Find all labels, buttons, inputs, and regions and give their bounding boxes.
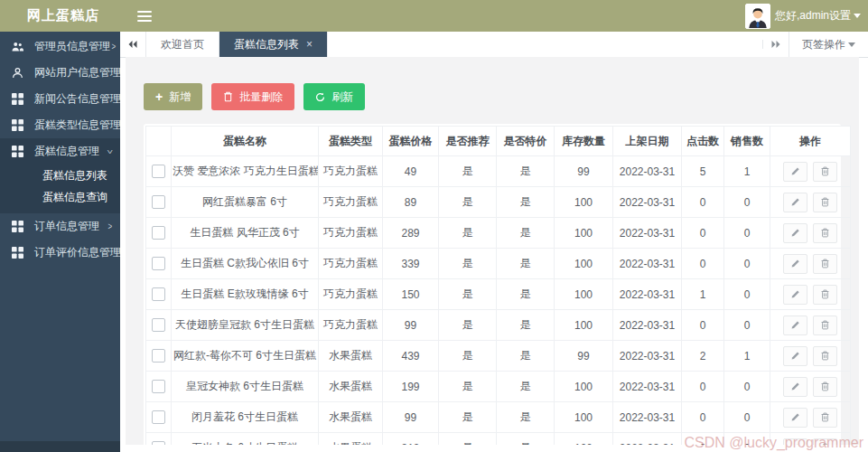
- row-checkbox[interactable]: [152, 318, 165, 332]
- user-menu[interactable]: 您好,admin设置: [775, 8, 861, 24]
- table-row: 生日蛋糕 C款我心依旧 6寸巧克力蛋糕339是是1002022-03-3100: [146, 249, 851, 279]
- row-checkbox[interactable]: [152, 441, 165, 445]
- cell-stock: 100: [555, 433, 613, 446]
- sidebar-menu: 管理员信息管理>网站用户信息管理>新闻公告信息管理>蛋糕类型信息管理>蛋糕信息管…: [0, 33, 120, 266]
- delete-button[interactable]: [813, 346, 837, 366]
- sidebar-item-6[interactable]: 订单评价信息管理>: [0, 240, 120, 266]
- cell-sales: 0: [724, 310, 770, 341]
- cell-stock: 100: [555, 279, 613, 310]
- edit-button[interactable]: [783, 315, 807, 335]
- cell-recommended: 是: [439, 279, 497, 310]
- cell-special: 是: [497, 341, 555, 372]
- caret-down-icon: [854, 14, 861, 18]
- edit-button[interactable]: [783, 254, 807, 274]
- row-checkbox[interactable]: [152, 410, 165, 424]
- cell-special: 是: [497, 402, 555, 433]
- cell-checkbox: [146, 372, 172, 402]
- cell-stock: 100: [555, 187, 613, 218]
- tab-0[interactable]: 欢迎首页: [146, 32, 219, 57]
- cell-stock: 100: [555, 218, 613, 249]
- sidebar-item-5[interactable]: 订单信息管理>: [0, 213, 120, 240]
- sidebar-item-3[interactable]: 蛋糕类型信息管理>: [0, 112, 120, 138]
- sidebar-item-1[interactable]: 网站用户信息管理>: [0, 60, 120, 86]
- cell-clicks: 0: [682, 218, 724, 249]
- cell-price: 439: [383, 341, 439, 372]
- sidebar-item-label: 网站用户信息管理: [34, 65, 121, 80]
- cell-date: 2022-03-31: [613, 279, 682, 310]
- cell-checkbox: [146, 218, 172, 249]
- edit-button[interactable]: [783, 438, 807, 446]
- sidebar-group-1: 网站用户信息管理>: [0, 60, 120, 86]
- delete-button[interactable]: [813, 315, 837, 335]
- sidebar-item-4[interactable]: 蛋糕信息管理>: [0, 138, 120, 165]
- cell-name: 沃赞 爱意浓浓 巧克力生日蛋糕: [172, 156, 319, 187]
- edit-button[interactable]: [783, 285, 807, 305]
- delete-button[interactable]: [813, 254, 837, 274]
- cell-name: 网红蛋糕暴富 6寸: [172, 187, 319, 218]
- edit-button[interactable]: [783, 346, 807, 366]
- close-tab-icon[interactable]: ×: [306, 38, 313, 51]
- cell-clicks: 2: [682, 341, 724, 372]
- chevron-right-icon: >: [107, 221, 112, 231]
- table-body: 沃赞 爱意浓浓 巧克力生日蛋糕巧克力蛋糕49是是992022-03-3151网红…: [146, 156, 851, 446]
- row-checkbox[interactable]: [152, 380, 165, 393]
- grid-icon: [12, 146, 24, 158]
- cell-clicks: 0: [682, 187, 724, 218]
- avatar[interactable]: [745, 4, 770, 29]
- table-row: 生日蛋糕 E款玫瑰情缘 6寸巧克力蛋糕150是是1002022-03-3110: [146, 279, 851, 310]
- cell-type: 水果蛋糕: [319, 372, 383, 402]
- edit-button[interactable]: [783, 377, 807, 397]
- cell-stock: 99: [555, 156, 613, 187]
- refresh-button[interactable]: 刷新: [303, 83, 365, 110]
- add-button[interactable]: + 新增: [144, 83, 202, 110]
- tab-operations-dropdown[interactable]: 页签操作: [789, 32, 868, 57]
- cell-price: 339: [383, 249, 439, 279]
- row-checkbox[interactable]: [152, 195, 165, 209]
- cell-sales: 0: [724, 433, 770, 446]
- delete-button[interactable]: [813, 438, 837, 446]
- sidebar-item-0[interactable]: 管理员信息管理>: [0, 33, 120, 60]
- cell-sales: 0: [724, 187, 770, 218]
- cell-name: 生日蛋糕 E款玫瑰情缘 6寸: [172, 279, 319, 310]
- hamburger-icon[interactable]: [137, 11, 152, 22]
- delete-button[interactable]: [813, 285, 837, 305]
- tab-1[interactable]: 蛋糕信息列表×: [219, 32, 328, 57]
- sidebar-subitem[interactable]: 蛋糕信息查询: [0, 186, 120, 208]
- row-checkbox[interactable]: [152, 257, 165, 270]
- delete-button[interactable]: [813, 377, 837, 397]
- scroll-tabs-left-button[interactable]: [120, 32, 146, 57]
- delete-button[interactable]: [813, 223, 837, 243]
- grid-icon: [12, 247, 24, 259]
- row-checkbox[interactable]: [152, 349, 165, 363]
- cell-type: 巧克力蛋糕: [319, 279, 383, 310]
- sidebar-item-label: 管理员信息管理: [34, 39, 110, 54]
- row-checkbox[interactable]: [152, 226, 165, 240]
- cell-recommended: 是: [439, 187, 497, 218]
- cell-actions: [770, 279, 851, 310]
- edit-button[interactable]: [783, 223, 807, 243]
- cell-actions: [770, 156, 851, 187]
- cell-stock: 100: [555, 372, 613, 402]
- cell-special: 是: [497, 156, 555, 187]
- delete-button[interactable]: [813, 408, 837, 428]
- row-checkbox[interactable]: [152, 165, 165, 178]
- edit-button[interactable]: [783, 193, 807, 212]
- sidebar-footer: [0, 441, 120, 452]
- delete-button[interactable]: [813, 193, 837, 212]
- column-header-sales: 销售数: [724, 127, 770, 156]
- refresh-label: 刷新: [331, 89, 353, 105]
- sidebar-item-2[interactable]: 新闻公告信息管理>: [0, 86, 120, 112]
- sidebar-subitem[interactable]: 蛋糕信息列表: [0, 165, 120, 186]
- grid-icon: [12, 221, 24, 233]
- edit-button[interactable]: [783, 408, 807, 428]
- delete-button[interactable]: [813, 162, 837, 182]
- row-checkbox[interactable]: [152, 287, 165, 301]
- edit-button[interactable]: [783, 162, 807, 182]
- scroll-tabs-right-button[interactable]: [762, 40, 789, 49]
- cell-special: 是: [497, 218, 555, 249]
- batch-delete-button[interactable]: 批量删除: [211, 83, 294, 110]
- table-row: 天使翅膀皇冠款 6寸生日蛋糕巧克力蛋糕99是是1002022-03-3100: [146, 310, 851, 341]
- cell-special: 是: [497, 187, 555, 218]
- sidebar-item-label: 蛋糕类型信息管理: [34, 118, 121, 133]
- cell-recommended: 是: [439, 372, 497, 402]
